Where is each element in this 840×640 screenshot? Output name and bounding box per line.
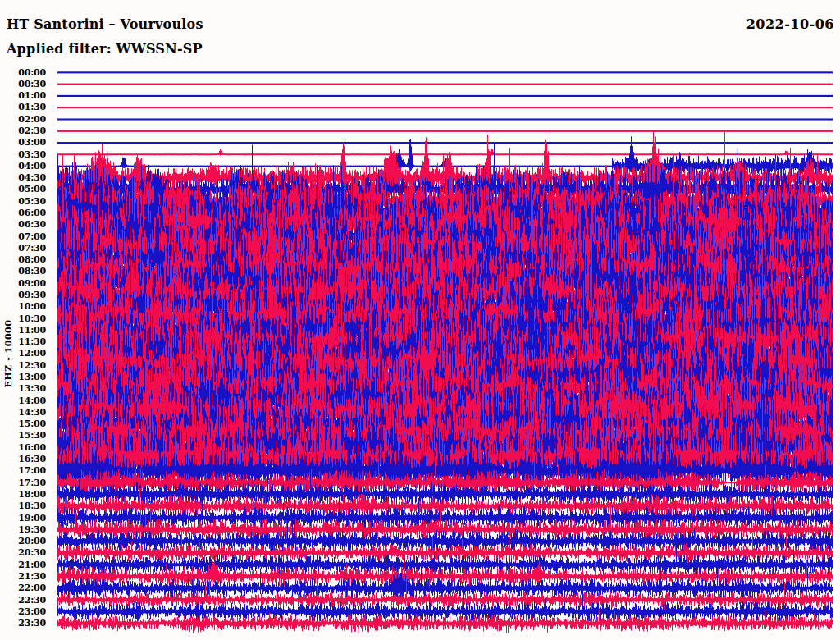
- time-label: 16:00: [0, 443, 46, 452]
- time-label: 22:00: [0, 583, 46, 592]
- time-label: 06:30: [0, 220, 46, 229]
- time-label: 20:30: [0, 548, 46, 557]
- time-label: 01:30: [0, 103, 46, 112]
- time-label: 15:00: [0, 419, 46, 428]
- time-label: 21:30: [0, 572, 46, 581]
- time-label: 00:00: [0, 68, 46, 77]
- helicorder-page: HT Santorini – Vourvoulos 2022-10-06 App…: [0, 0, 840, 640]
- time-label: 03:00: [0, 138, 46, 147]
- time-label: 09:00: [0, 279, 46, 288]
- time-label: 19:30: [0, 525, 46, 534]
- time-label: 05:00: [0, 185, 46, 194]
- time-label: 07:30: [0, 244, 46, 253]
- time-label: 12:30: [0, 361, 46, 370]
- time-label: 04:00: [0, 162, 46, 171]
- time-label: 23:00: [0, 607, 46, 616]
- time-label: 10:00: [0, 302, 46, 311]
- time-label: 02:00: [0, 115, 46, 124]
- time-label: 17:30: [0, 478, 46, 487]
- time-label: 06:00: [0, 208, 46, 217]
- time-label: 00:30: [0, 80, 46, 89]
- time-label: 14:30: [0, 408, 46, 417]
- time-label: 13:30: [0, 384, 46, 393]
- time-label: 21:00: [0, 560, 46, 569]
- time-label: 05:30: [0, 197, 46, 206]
- time-label: 11:30: [0, 337, 46, 346]
- time-label: 15:30: [0, 431, 46, 440]
- time-label: 12:00: [0, 349, 46, 358]
- time-label: 03:30: [0, 150, 46, 159]
- time-label: 02:30: [0, 126, 46, 135]
- time-label: 19:00: [0, 514, 46, 523]
- time-label: 18:00: [0, 490, 46, 499]
- time-label: 16:30: [0, 455, 46, 464]
- time-axis: 00:0000:3001:0001:3002:0002:3003:0003:30…: [0, 0, 46, 640]
- time-label: 10:30: [0, 314, 46, 323]
- time-label: 18:30: [0, 501, 46, 510]
- time-label: 14:00: [0, 396, 46, 405]
- time-label: 07:00: [0, 232, 46, 241]
- time-label: 04:30: [0, 173, 46, 182]
- time-label: 23:30: [0, 619, 46, 628]
- time-label: 09:30: [0, 290, 46, 299]
- time-label: 08:30: [0, 267, 46, 276]
- time-label: 20:00: [0, 537, 46, 546]
- time-label: 08:00: [0, 255, 46, 264]
- time-label: 01:00: [0, 91, 46, 100]
- date-label: 2022-10-06: [746, 16, 834, 32]
- time-label: 11:00: [0, 326, 46, 335]
- time-label: 13:00: [0, 373, 46, 382]
- time-label: 22:30: [0, 596, 46, 605]
- time-label: 17:00: [0, 466, 46, 475]
- seismogram-plot: [57, 49, 833, 640]
